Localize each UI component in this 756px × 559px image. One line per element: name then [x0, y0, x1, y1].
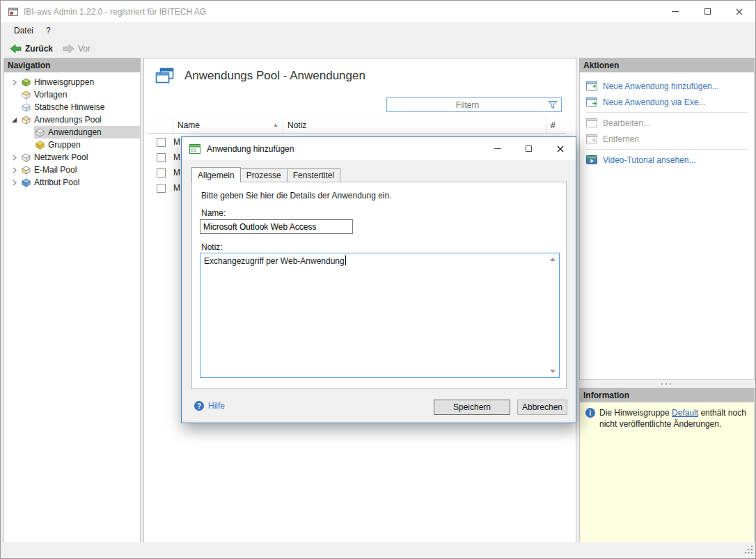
groups-icon — [36, 141, 45, 150]
maximize-icon — [526, 145, 532, 152]
sidebar-item-statische-hinweise[interactable]: Statische Hinweise — [4, 101, 140, 113]
forward-button[interactable]: Vor — [58, 42, 95, 55]
resize-grip[interactable] — [745, 546, 753, 556]
action-new-application[interactable]: Neue Anwendung hinzufügen... — [586, 78, 754, 94]
menu-bar: Datei ? — [1, 22, 57, 39]
filter-input[interactable] — [387, 98, 548, 111]
chevron-down-icon[interactable] — [8, 117, 20, 123]
panel-splitter[interactable] — [579, 380, 755, 388]
sidebar-item-hinweisgruppen[interactable]: Hinweisgruppen — [4, 76, 140, 88]
status-bar — [1, 542, 755, 558]
chevron-right-icon[interactable] — [8, 79, 20, 86]
default-group-link[interactable]: Default — [672, 408, 698, 418]
cancel-button[interactable]: Abbrechen — [517, 400, 567, 415]
scroll-up-icon[interactable] — [550, 258, 556, 261]
notiz-textarea[interactable]: Exchangezugriff per Web-Anwendung — [200, 253, 560, 378]
app-icon — [8, 6, 19, 17]
action-edit[interactable]: Bearbeiten... — [586, 115, 754, 131]
sidebar-item-gruppen[interactable]: Gruppen — [4, 139, 140, 151]
sidebar-item-label: Hinweisgruppen — [34, 77, 94, 87]
edit-icon — [586, 118, 597, 127]
applications-icon — [36, 128, 45, 137]
scroll-down-icon[interactable] — [550, 370, 556, 373]
application-pool-icon — [22, 116, 31, 125]
column-label: Name — [178, 120, 200, 130]
row-checkbox[interactable] — [157, 138, 166, 147]
tab-fenstertitel[interactable]: Fenstertitel — [288, 168, 340, 182]
dialog-maximize-button[interactable] — [513, 137, 544, 160]
navigation-header: Navigation — [3, 58, 141, 72]
actions-separator — [586, 112, 748, 113]
table-header-row: Name ▲ Notiz # — [147, 117, 565, 134]
chevron-right-icon[interactable] — [8, 167, 20, 173]
dialog-minimize-button[interactable] — [482, 137, 513, 160]
row-checkbox[interactable] — [157, 168, 166, 178]
sidebar-item-label: Netzwerk Pool — [34, 152, 88, 162]
maximize-button[interactable] — [691, 1, 723, 22]
attribute-pool-icon — [22, 178, 31, 187]
column-label: # — [551, 120, 556, 130]
menu-help[interactable]: ? — [40, 24, 57, 38]
back-arrow-icon — [10, 44, 22, 54]
row-name: M — [173, 168, 180, 178]
column-header-notiz[interactable]: Notiz — [283, 117, 546, 133]
video-tutorial-icon — [586, 155, 597, 164]
sidebar-item-anwendungs-pool[interactable]: Anwendungs Pool — [4, 113, 140, 126]
dialog-close-button[interactable] — [544, 137, 576, 160]
navigation-panel: Navigation Hinweisgruppen Vorlagen Stati… — [3, 58, 141, 543]
tab-allgemein[interactable]: Allgemein — [191, 167, 241, 182]
sidebar-item-label: Vorlagen — [34, 90, 67, 100]
sidebar-item-label: Anwendungen — [48, 127, 102, 137]
name-input[interactable] — [200, 219, 353, 234]
minimize-icon — [672, 11, 679, 12]
close-icon — [736, 8, 743, 15]
sidebar-item-email-pool[interactable]: E-Mail Pool — [4, 164, 140, 176]
action-remove[interactable]: Entfernen — [586, 131, 754, 147]
chevron-right-icon[interactable] — [8, 155, 20, 161]
action-video-tutorial[interactable]: Video-Tutorial ansehen... — [586, 152, 754, 168]
column-header-name[interactable]: Name ▲ — [173, 117, 283, 133]
menu-datei[interactable]: Datei — [8, 24, 40, 38]
sidebar-item-anwendungen[interactable]: Anwendungen — [4, 126, 140, 139]
tab-prozesse[interactable]: Prozesse — [241, 168, 288, 182]
sidebar-item-vorlagen[interactable]: Vorlagen — [4, 88, 140, 101]
column-label: Notiz — [288, 120, 306, 130]
add-application-dialog: Anwendung hinzufügen Allgemein Prozesse … — [181, 136, 576, 423]
new-application-icon — [586, 81, 597, 90]
sidebar-item-label: Statische Hinweise — [34, 102, 104, 112]
add-application-dialog-icon — [189, 144, 200, 154]
filter-funnel-icon[interactable] — [548, 100, 558, 109]
filter-field — [386, 97, 562, 112]
minimize-icon — [494, 148, 501, 149]
action-label: Neue Anwendung via Exe... — [603, 97, 705, 107]
dialog-title-bar: Anwendung hinzufügen — [182, 137, 576, 160]
information-header: Information — [579, 388, 755, 402]
minimize-button[interactable] — [659, 1, 691, 22]
chevron-right-icon[interactable] — [8, 180, 20, 186]
navigation-toolbar: Zurück Vor — [1, 39, 95, 58]
sidebar-item-label: Gruppen — [48, 140, 81, 150]
back-button[interactable]: Zurück — [6, 42, 57, 55]
column-header-count[interactable]: # — [546, 117, 565, 133]
row-name: M — [173, 152, 180, 162]
forward-arrow-icon — [63, 44, 74, 54]
close-icon — [557, 145, 564, 152]
window-title: IBI-aws Admin 1.22.0 - registriert für I… — [24, 7, 206, 17]
action-new-application-via-exe[interactable]: Neue Anwendung via Exe... — [586, 94, 754, 110]
sidebar-item-attribut-pool[interactable]: Attribut Pool — [4, 176, 140, 189]
static-hints-icon — [22, 103, 31, 112]
close-button[interactable] — [723, 1, 755, 22]
information-message: Die Hinweisgruppe Default enthält noch n… — [599, 407, 748, 542]
name-field-label: Name: — [201, 208, 226, 218]
save-button[interactable]: Speichern — [434, 400, 510, 415]
help-link[interactable]: ? Hilfe — [194, 401, 225, 411]
action-label: Neue Anwendung hinzufügen... — [603, 81, 719, 91]
page-title: Anwendungs Pool - Anwendungen — [184, 69, 365, 83]
row-checkbox[interactable] — [157, 184, 166, 193]
back-label: Zurück — [25, 44, 53, 54]
remove-icon — [586, 134, 597, 143]
row-checkbox[interactable] — [157, 153, 166, 162]
templates-icon — [22, 90, 31, 100]
select-all-column[interactable] — [147, 117, 173, 133]
sidebar-item-netzwerk-pool[interactable]: Netzwerk Pool — [4, 151, 140, 164]
